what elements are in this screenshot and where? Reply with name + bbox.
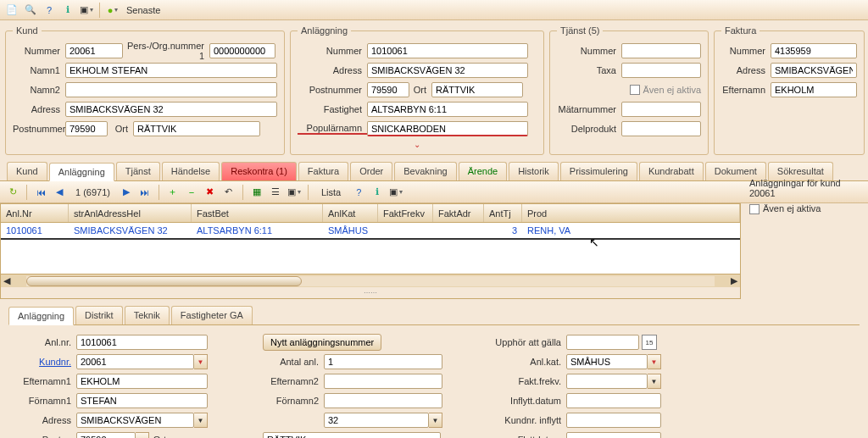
anl-fastighet-input[interactable] [367, 102, 528, 117]
tab-reskontra[interactable]: Reskontra (1) [221, 162, 297, 180]
gh-anttj[interactable]: AntTj [484, 204, 522, 222]
kund-ort-input[interactable] [133, 121, 260, 136]
grid-row[interactable]: 1010061 SMIBACKSVÄGEN 32 ALTSARBYN 6:11 … [1, 223, 740, 240]
calendar-icon[interactable]: 15 [642, 335, 657, 350]
side-aven-checkbox[interactable] [749, 204, 760, 214]
det-faktfrekv-input[interactable] [566, 374, 648, 389]
det-antal-input[interactable] [324, 354, 442, 369]
tj-nummer-input[interactable] [621, 43, 701, 58]
tab-handelse[interactable]: Händelse [162, 162, 220, 180]
det-anlkat-input[interactable] [566, 354, 648, 369]
tab-bevakning[interactable]: Bevakning [394, 162, 456, 180]
gh-prod[interactable]: Prod [522, 204, 740, 222]
tj-taxa-input[interactable] [621, 63, 701, 78]
anl-postnr-input[interactable] [367, 82, 409, 97]
det-eftern1-input[interactable] [76, 374, 208, 389]
lista-label[interactable]: Lista [321, 187, 341, 197]
kundnr-dd-icon[interactable]: ▼ [194, 354, 208, 369]
nav-last-icon[interactable]: ⏭ [137, 185, 153, 200]
det-inflytt-input[interactable] [566, 393, 661, 408]
det-anlnr-input[interactable] [76, 335, 208, 350]
gh-adr[interactable]: strAnlAdressHel [69, 204, 192, 222]
kund-nummer-input[interactable] [65, 43, 123, 58]
chevron-down-icon[interactable]: ⌄ [298, 140, 537, 149]
info-icon[interactable]: ℹ [59, 2, 76, 19]
kund-adress-input[interactable] [65, 102, 277, 117]
delete-icon[interactable]: ✖ [203, 185, 218, 200]
tab-kund[interactable]: Kund [7, 162, 47, 180]
kund-postnr-input[interactable] [65, 121, 108, 136]
nav-prev-icon[interactable]: ◀ [52, 185, 67, 200]
kund-pers-input[interactable] [209, 43, 275, 58]
det-fornamn2-input[interactable] [324, 393, 442, 408]
det-flyttd-input[interactable] [566, 432, 661, 438]
tool2-icon[interactable]: ▣ [287, 185, 302, 200]
tj-delprod-input[interactable] [621, 121, 701, 136]
excel-icon[interactable]: ▦ [249, 185, 264, 200]
faktfrekv-dd-icon[interactable]: ▼ [648, 374, 661, 389]
help2-icon[interactable]: ? [351, 185, 366, 200]
tab-anlaggning[interactable]: Anläggning [49, 163, 114, 181]
binoculars-icon[interactable]: 🔍 [22, 2, 39, 19]
fakt-eftern-input[interactable] [771, 82, 857, 97]
nytt-anl-button[interactable]: Nytt anläggningsnummer [263, 334, 381, 351]
subtab-fastigheter[interactable]: Fastigheter GA [171, 306, 253, 324]
remove-icon[interactable]: − [184, 185, 199, 200]
tab-arende[interactable]: Ärende [459, 162, 507, 180]
add-icon[interactable]: ＋ [165, 185, 181, 200]
tool3-icon[interactable]: ▣ [388, 185, 403, 200]
tab-tjanst[interactable]: Tjänst [116, 162, 160, 180]
postnr-dd-icon[interactable]: ▼ [136, 432, 149, 438]
kund-namn1-input[interactable] [65, 63, 277, 78]
tab-order[interactable]: Order [350, 162, 392, 180]
gh-faktadr[interactable]: FaktAdr [433, 204, 484, 222]
nav-next-icon[interactable]: ▶ [119, 185, 134, 200]
fakt-adress-input[interactable] [771, 63, 857, 78]
det-ort-input[interactable] [263, 432, 441, 438]
anl-ort-input[interactable] [431, 82, 523, 97]
kund-namn2-input[interactable] [65, 82, 277, 97]
horizontal-scrollbar[interactable]: ◀ ▶ [1, 274, 740, 287]
det-postnr-input[interactable] [76, 432, 136, 438]
subtab-anlaggning[interactable]: Anläggning [8, 307, 74, 325]
help-icon[interactable]: ? [41, 2, 58, 19]
tj-aven-checkbox[interactable] [630, 85, 640, 95]
info2-icon[interactable]: ℹ [370, 185, 385, 200]
adress-dd-icon[interactable]: ▼ [194, 413, 208, 428]
det-upphor-input[interactable] [566, 335, 639, 350]
det-fornamn1-input[interactable] [76, 393, 208, 408]
tool-dropdown-icon[interactable]: ▣ [78, 2, 95, 19]
subtab-distrikt[interactable]: Distrikt [75, 306, 123, 324]
det-eftern2-input[interactable] [324, 374, 442, 389]
det-adressnr-input[interactable] [324, 413, 429, 428]
anlkat-dd-icon[interactable]: ▼ [648, 354, 661, 369]
det-kundinf-input[interactable] [566, 413, 661, 428]
new-doc-icon[interactable]: 📄 [3, 2, 20, 19]
undo-icon[interactable]: ↶ [221, 185, 236, 200]
grid-body[interactable]: 1010061 SMIBACKSVÄGEN 32 ALTSARBYN 6:11 … [1, 223, 740, 274]
anl-adress-input[interactable] [367, 63, 528, 78]
subtab-teknik[interactable]: Teknik [125, 306, 170, 324]
nav-first-icon[interactable]: ⏮ [33, 185, 48, 200]
anl-nummer-input[interactable] [367, 43, 528, 58]
tj-matar-input[interactable] [621, 102, 701, 117]
gh-fast[interactable]: FastBet [192, 204, 323, 222]
splitter-icon[interactable]: ⋯⋯ [1, 287, 740, 298]
gh-frekv[interactable]: FaktFrekv [378, 204, 433, 222]
det-kundnr-label[interactable]: Kundnr. [8, 357, 76, 367]
det-kundnr-input[interactable] [76, 354, 194, 369]
tab-historik[interactable]: Historik [509, 162, 559, 180]
senaste-label[interactable]: Senaste [126, 5, 160, 15]
adressnr-dd-icon[interactable]: ▼ [429, 413, 442, 428]
report-icon[interactable]: ☰ [268, 185, 283, 200]
fakt-nummer-input[interactable] [771, 43, 857, 58]
gh-kat[interactable]: AnlKat [323, 204, 378, 222]
refresh-icon[interactable]: ↻ [5, 185, 20, 200]
det-adress-input[interactable] [76, 413, 194, 428]
tab-prissim[interactable]: Prissimulering [560, 162, 637, 180]
green-ball-icon[interactable]: ● [104, 2, 121, 19]
gh-anlnr[interactable]: Anl.Nr [1, 204, 69, 222]
tab-kundrabatt[interactable]: Kundrabatt [639, 162, 704, 180]
tab-faktura[interactable]: Faktura [298, 162, 348, 180]
anl-popnamn-input[interactable] [367, 121, 528, 136]
